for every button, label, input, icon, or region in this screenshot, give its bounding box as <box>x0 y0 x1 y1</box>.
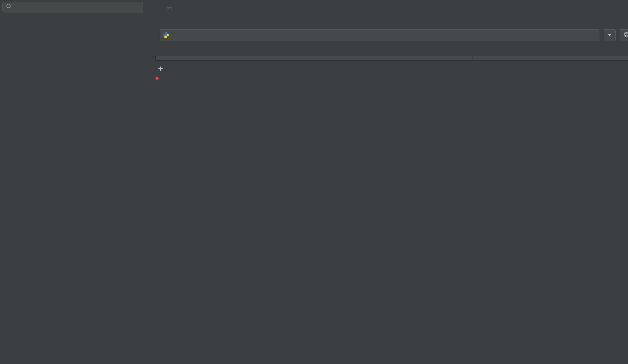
col-header-version[interactable] <box>314 56 473 60</box>
main-panel: + <box>146 0 628 364</box>
highlight-annotation <box>155 77 159 80</box>
svg-point-0 <box>7 4 11 8</box>
interpreter-settings-button[interactable] <box>620 29 628 41</box>
settings-tree <box>0 14 146 16</box>
add-package-button[interactable]: + <box>158 64 163 73</box>
svg-rect-2 <box>167 8 172 11</box>
col-header-latest[interactable] <box>473 56 628 60</box>
col-header-package[interactable] <box>156 56 314 60</box>
settings-sidebar <box>0 0 146 364</box>
packages-table <box>155 56 628 61</box>
interpreter-dropdown-toggle[interactable] <box>604 29 616 41</box>
breadcrumb <box>155 4 628 16</box>
current-project-icon <box>167 6 172 14</box>
chevron-down-icon <box>608 34 612 36</box>
settings-search[interactable] <box>2 2 143 12</box>
gear-icon <box>623 31 628 39</box>
search-icon <box>6 3 12 11</box>
svg-rect-3 <box>168 8 169 9</box>
svg-line-1 <box>10 7 11 8</box>
interpreter-dropdown[interactable] <box>160 29 599 41</box>
search-input[interactable] <box>14 4 140 11</box>
python-icon <box>163 32 169 39</box>
